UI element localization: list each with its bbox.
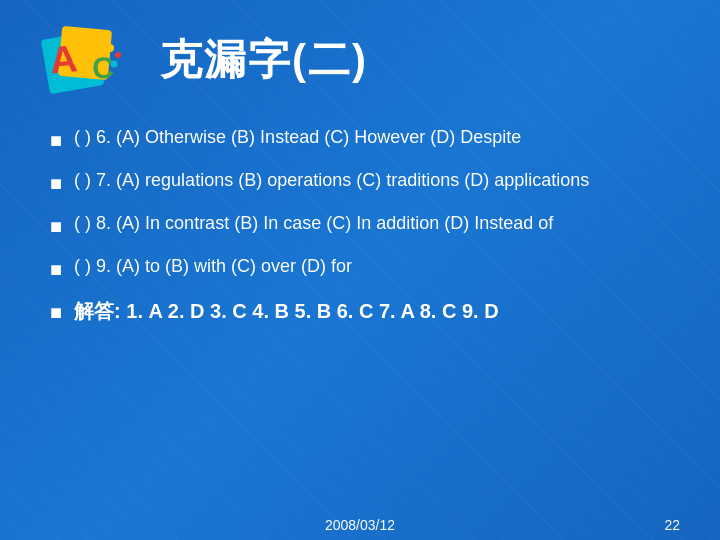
svg-point-6 [115, 52, 121, 58]
slide-container: A B C 克漏字(二) ■ ( ) 6. (A) Otherwise (B) … [0, 0, 720, 540]
bullet-dot-5: ■ [50, 298, 62, 326]
bullet-text-4: ( ) 9. (A) to (B) with (C) over (D) for [74, 254, 352, 279]
bullet-dot-4: ■ [50, 255, 62, 283]
bullet-item-3: ■ ( ) 8. (A) In contrast (B) In case (C)… [50, 211, 680, 240]
slide-title: 克漏字(二) [160, 32, 368, 88]
footer-page: 22 [664, 517, 680, 533]
bullet-text-5: 解答: 1. A 2. D 3. C 4. B 5. B 6. C 7. A 8… [74, 297, 499, 325]
bullet-text-2: ( ) 7. (A) regulations (B) operations (C… [74, 168, 589, 193]
bullet-item-4: ■ ( ) 9. (A) to (B) with (C) over (D) fo… [50, 254, 680, 283]
bullet-item-2: ■ ( ) 7. (A) regulations (B) operations … [50, 168, 680, 197]
content-area: ■ ( ) 6. (A) Otherwise (B) Instead (C) H… [40, 125, 680, 326]
logo-area: A B C [40, 20, 140, 100]
footer-date: 2008/03/12 [325, 517, 395, 533]
bullet-dot-1: ■ [50, 126, 62, 154]
bullet-item-1: ■ ( ) 6. (A) Otherwise (B) Instead (C) H… [50, 125, 680, 154]
svg-point-7 [111, 61, 118, 68]
header: A B C 克漏字(二) [40, 20, 680, 100]
bullet-dot-3: ■ [50, 212, 62, 240]
svg-point-5 [106, 44, 114, 52]
bullet-dot-2: ■ [50, 169, 62, 197]
abc-logo: A B C [40, 20, 140, 100]
svg-text:C: C [91, 51, 114, 85]
title-text: 克漏字(二) [160, 36, 368, 83]
bullet-text-1: ( ) 6. (A) Otherwise (B) Instead (C) How… [74, 125, 521, 150]
bullet-item-5: ■ 解答: 1. A 2. D 3. C 4. B 5. B 6. C 7. A… [50, 297, 680, 326]
bullet-text-3: ( ) 8. (A) In contrast (B) In case (C) I… [74, 211, 553, 236]
